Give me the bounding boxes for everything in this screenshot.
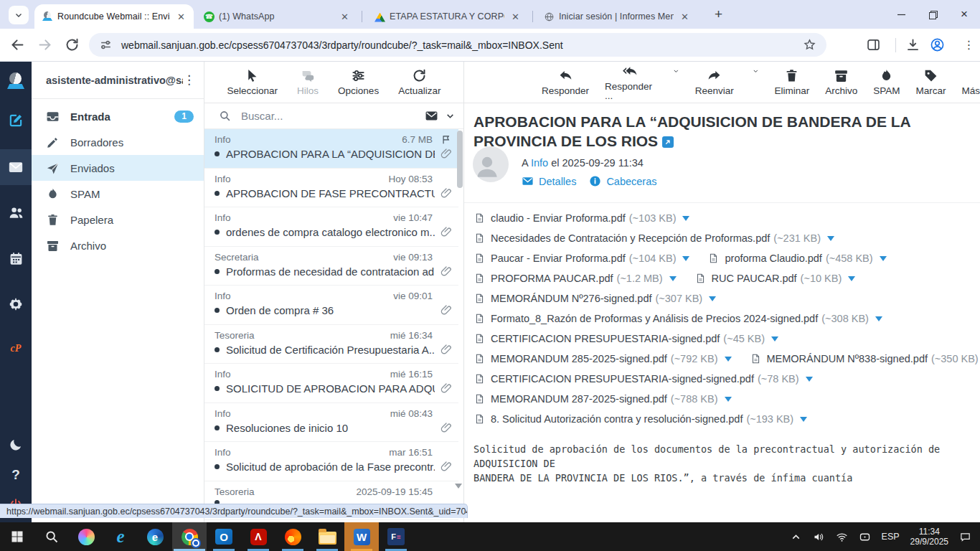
attachment-menu-caret-icon[interactable]: [800, 417, 807, 422]
headers-link[interactable]: Cabeceras: [589, 175, 656, 187]
taskbar-internet-explorer-button[interactable]: e: [103, 522, 138, 551]
attachment-menu-caret-icon[interactable]: [827, 236, 834, 241]
attachment-item[interactable]: claudio - Enviar Proforma.pdf(~103 KB): [474, 212, 689, 225]
attachment-item[interactable]: CERTIFICACION PRESUPUESTARIA-signed-sign…: [474, 372, 813, 385]
attachment-menu-caret-icon[interactable]: [806, 377, 813, 382]
language-indicator[interactable]: ESP: [882, 532, 900, 542]
downloads-button[interactable]: [905, 37, 920, 52]
message-responder-button[interactable]: Responder ...: [605, 64, 654, 101]
rail-calendar-button[interactable]: [0, 242, 32, 274]
message-marcar-button[interactable]: Marcar: [915, 68, 946, 96]
external-link-icon[interactable]: [662, 136, 674, 148]
close-window-button[interactable]: ×: [948, 0, 980, 29]
roundcube-logo[interactable]: [0, 66, 32, 98]
attachment-menu-caret-icon[interactable]: [682, 256, 689, 261]
attachment-menu-caret-icon[interactable]: [880, 256, 887, 261]
attachment-item[interactable]: MEMORÁNDUM Nº838-signed.pdf(~350 KB): [750, 352, 980, 365]
tray-chevron-up-icon[interactable]: [790, 531, 802, 543]
attachment-menu-caret-icon[interactable]: [875, 316, 882, 321]
message-eliminar-button[interactable]: Eliminar: [774, 68, 809, 96]
attachment-item[interactable]: MEMORANDUM 287-2025-signed.pdf(~788 KB): [474, 392, 732, 405]
attachment-item[interactable]: Necesidades de Contratación y Recepción …: [474, 232, 834, 245]
attachment-item[interactable]: 8. Solicitud Autorización contra y resol…: [474, 413, 807, 425]
search-options-chevron-icon[interactable]: [446, 111, 455, 121]
message-spam-button[interactable]: SPAM: [873, 68, 900, 96]
rail-mail-button[interactable]: [0, 149, 32, 185]
search-bar[interactable]: [204, 103, 463, 129]
attachment-menu-caret-icon[interactable]: [771, 336, 778, 342]
sidebar-item-entrada[interactable]: Entrada1: [32, 103, 204, 129]
message-list-row[interactable]: Infovie 10:47ordenes de compra catalogo …: [204, 207, 458, 247]
tab-close-icon[interactable]: ✕: [509, 11, 522, 23]
sidebar-item-archivo[interactable]: Archivo: [32, 232, 204, 258]
message-responder-button[interactable]: Responder: [542, 68, 589, 96]
taskbar-firefox-button[interactable]: [275, 522, 310, 551]
browser-tab-3[interactable]: ETAPA ESTATURA Y CORPORAL✕: [367, 4, 528, 29]
reload-button[interactable]: [65, 37, 80, 52]
message-list-row[interactable]: Infomar 16:51Solicitud de aprobación de …: [204, 442, 458, 481]
details-link[interactable]: Detalles: [522, 175, 576, 187]
tab-close-icon[interactable]: ✕: [174, 11, 188, 23]
compose-button[interactable]: [0, 105, 32, 136]
message-m-s-button[interactable]: Más: [961, 68, 980, 96]
new-tab-button[interactable]: +: [715, 7, 722, 21]
scroll-down-arrow[interactable]: [455, 484, 462, 489]
message-list-row[interactable]: Infomié 16:15SOLICITUD DE APROBACION PAR…: [204, 364, 458, 403]
attachment-item[interactable]: Formato_8_Razón de Proformas y Análisis …: [474, 312, 882, 325]
account-menu-button[interactable]: ⋮: [183, 72, 195, 88]
tab-search-button[interactable]: [9, 6, 29, 24]
minimize-button[interactable]: [885, 0, 917, 29]
list-scrollbar[interactable]: [457, 131, 463, 521]
wifi-icon[interactable]: [836, 531, 848, 543]
rail-settings-button[interactable]: [0, 288, 32, 320]
message-caret-down-icon[interactable]: [673, 67, 679, 75]
attachment-item[interactable]: PROFORMA PAUCAR.pdf(~1.2 MB): [474, 272, 677, 285]
taskbar-copilot-button[interactable]: [69, 522, 103, 551]
taskbar-outlook-button[interactable]: O: [207, 522, 241, 551]
cast-icon[interactable]: [859, 531, 871, 543]
rail-contacts-button[interactable]: [0, 197, 32, 228]
notification-center-icon[interactable]: [959, 531, 971, 543]
bookmark-star-icon[interactable]: [803, 38, 816, 52]
forward-button[interactable]: [37, 37, 52, 52]
browser-menu-button[interactable]: ⋮: [961, 37, 976, 52]
message-archivo-button[interactable]: Archivo: [825, 68, 857, 96]
taskbar-edge-button[interactable]: e: [138, 522, 172, 551]
restore-button[interactable]: [917, 0, 948, 29]
taskbar-taskbar-search-button[interactable]: [34, 522, 69, 551]
browser-tab-4[interactable]: Iniciar sesión | Informes Mensua✕: [537, 4, 697, 29]
list-opciones-button[interactable]: Opciones: [338, 68, 379, 96]
attachment-item[interactable]: proforma Claudio.pdf(~458 KB): [708, 252, 886, 265]
message-list-row[interactable]: Infovie 09:01Orden de compra # 36: [204, 286, 458, 325]
browser-tab-1[interactable]: Roundcube Webmail :: Enviados✕: [34, 4, 194, 29]
taskbar-clock[interactable]: 11:34 29/9/2025: [910, 527, 948, 547]
list-seleccionar-button[interactable]: Seleccionar: [227, 68, 278, 96]
attachment-menu-caret-icon[interactable]: [709, 296, 716, 301]
search-input[interactable]: [240, 109, 425, 123]
profile-avatar-icon[interactable]: [930, 37, 945, 52]
sidebar-item-borradores[interactable]: Borradores: [32, 129, 204, 155]
attachment-item[interactable]: RUC PAUCAR.pdf(~10 KB): [695, 272, 856, 285]
attachment-item[interactable]: MEMORÁNDUM Nº276-signed.pdf(~307 KB): [474, 292, 716, 305]
attachment-menu-caret-icon[interactable]: [725, 357, 732, 362]
attachment-menu-caret-icon[interactable]: [682, 216, 689, 221]
message-list-row[interactable]: Tesoreriamié 16:34Solicitud de Certifica…: [204, 325, 458, 364]
message-caret-down-icon[interactable]: [753, 67, 759, 75]
back-button[interactable]: [10, 37, 25, 52]
attachment-menu-caret-icon[interactable]: [848, 276, 855, 281]
message-list-row[interactable]: Infomié 08:43Resoluciones de inicio 10: [204, 403, 458, 443]
list-actualizar-button[interactable]: Actualizar: [398, 68, 440, 96]
help-button[interactable]: ?: [0, 459, 32, 491]
address-bar[interactable]: webmail.sanjuan.gob.ec/cpsess6704737043/…: [89, 33, 826, 57]
volume-icon[interactable]: [813, 531, 825, 543]
message-list-row[interactable]: Secretariavie 09:13Proformas de necesida…: [204, 247, 458, 286]
recipient-link[interactable]: Info: [531, 157, 548, 169]
message-reenviar-button[interactable]: Reenviar: [695, 68, 734, 96]
sidebar-item-papelera[interactable]: Papelera: [32, 207, 204, 232]
message-list-row[interactable]: Info6.7 MBAPROBACION PARA LA “ADQUISICIO…: [204, 129, 458, 169]
sidebar-item-enviados[interactable]: Enviados: [32, 155, 204, 181]
scrollbar-thumb[interactable]: [457, 131, 463, 188]
attachment-item[interactable]: CERTIFICACION PRESUPUESTARIA-signed.pdf(…: [474, 332, 778, 345]
dark-mode-button[interactable]: [0, 429, 32, 461]
side-panel-icon[interactable]: [866, 37, 881, 52]
